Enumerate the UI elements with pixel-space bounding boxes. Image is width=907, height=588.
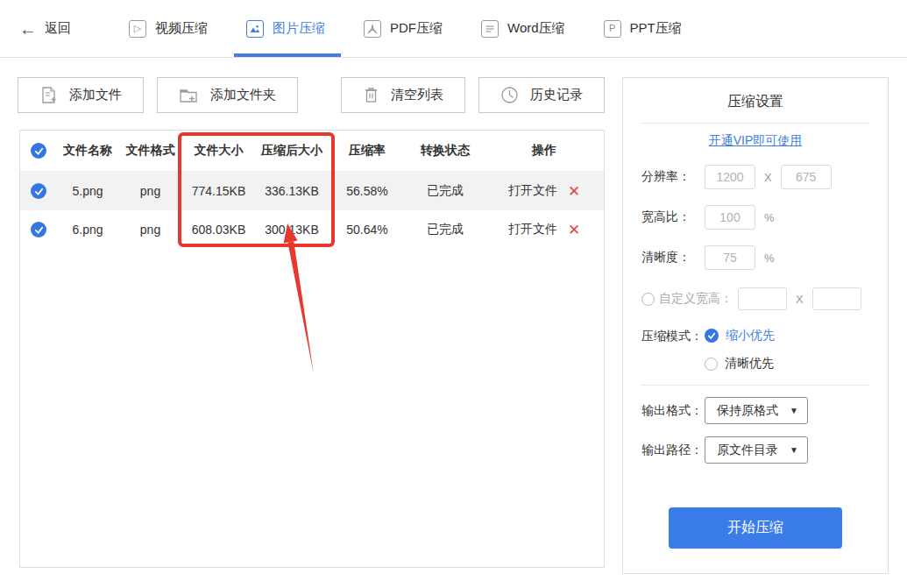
check-icon	[31, 222, 46, 237]
percent-label: %	[764, 251, 775, 265]
aspect-ratio-label: 宽高比：	[641, 209, 705, 225]
output-path-row: 输出路径： 原文件目录 ▼	[641, 436, 888, 464]
resolution-height-input[interactable]	[781, 165, 832, 189]
table-row: 5.png png 774.15KB 336.13KB 56.58% 已完成 打…	[20, 172, 604, 210]
output-format-row: 输出格式： 保持原格式 ▼	[641, 397, 888, 424]
file-list-panel: 文件名称 文件格式 文件大小 压缩后大小 压缩率 转换状态 操作 5.png p…	[19, 130, 605, 568]
custom-size-row: 自定义宽高： X	[641, 287, 888, 310]
history-label: 历史记录	[530, 87, 583, 103]
col-ratio: 压缩率	[329, 143, 406, 159]
mode-option-label: 缩小优先	[726, 328, 775, 344]
ppt-icon: P	[604, 20, 621, 38]
file-plus-icon	[39, 86, 58, 105]
radio-icon	[705, 358, 718, 371]
clarity-row: 清晰度： %	[641, 245, 888, 270]
vip-upgrade-link[interactable]: 开通VIP即可使用	[623, 133, 888, 149]
mode-option-shrink-first[interactable]: 缩小优先	[705, 328, 775, 344]
clock-icon	[500, 86, 519, 104]
tab-label: PPT压缩	[630, 20, 682, 37]
clear-list-label: 清空列表	[391, 87, 443, 103]
col-file-size: 文件大小	[182, 143, 255, 159]
image-icon	[246, 20, 264, 38]
divider	[641, 123, 870, 124]
row-checkbox[interactable]	[20, 183, 57, 199]
custom-height-input[interactable]	[812, 287, 861, 310]
custom-width-input[interactable]	[738, 287, 787, 310]
output-format-value: 保持原格式	[717, 403, 778, 419]
add-folder-button[interactable]: 添加文件夹	[157, 77, 298, 113]
aspect-ratio-input[interactable]	[705, 205, 755, 230]
resolution-width-input[interactable]	[705, 165, 755, 189]
status: 已完成	[406, 183, 485, 199]
col-operation: 操作	[485, 143, 604, 159]
tab-word-compress[interactable]: Word压缩	[469, 0, 578, 57]
tab-image-compress[interactable]: 图片压缩	[234, 0, 337, 57]
tab-label: 视频压缩	[155, 20, 208, 37]
remove-file-icon[interactable]: ✕	[568, 223, 580, 237]
add-folder-label: 添加文件夹	[210, 87, 276, 103]
output-path-label: 输出路径：	[641, 443, 705, 458]
caret-down-icon: ▼	[790, 445, 798, 455]
history-button[interactable]: 历史记录	[478, 77, 605, 113]
times-label: X	[796, 293, 804, 306]
table-row: 6.png png 608.03KB 300.13KB 50.64% 已完成 打…	[20, 210, 604, 249]
file-size: 774.15KB	[182, 184, 255, 198]
open-file-link[interactable]: 打开文件	[508, 222, 557, 237]
percent-label: %	[764, 211, 775, 224]
compression-mode-row: 压缩模式： 缩小优先 清晰优先	[641, 328, 888, 372]
file-name: 5.png	[57, 184, 118, 198]
back-button[interactable]: ← 返回	[19, 20, 71, 38]
compression-settings-panel: 压缩设置 开通VIP即可使用 分辨率： X 宽高比： % 清晰度： % 自定义宽…	[622, 77, 889, 574]
aspect-ratio-row: 宽高比： %	[641, 205, 888, 230]
mode-option-clarity-first[interactable]: 清晰优先	[705, 356, 775, 372]
compressed-size: 300.13KB	[255, 223, 329, 237]
tab-pdf-compress[interactable]: PDF压缩	[351, 0, 455, 57]
open-file-link[interactable]: 打开文件	[508, 183, 557, 199]
video-icon: ▷	[129, 20, 146, 38]
custom-size-radio[interactable]	[641, 293, 655, 306]
resolution-row: 分辨率： X	[641, 165, 888, 189]
compressed-size: 336.13KB	[255, 184, 329, 198]
custom-size-label: 自定义宽高：	[659, 291, 733, 307]
col-status: 转换状态	[406, 143, 485, 159]
check-icon	[31, 143, 46, 159]
folder-plus-icon	[179, 87, 199, 104]
row-checkbox[interactable]	[20, 222, 57, 237]
divider	[641, 385, 870, 386]
pdf-icon	[364, 20, 381, 38]
add-file-label: 添加文件	[69, 87, 122, 103]
tab-ppt-compress[interactable]: P PPT压缩	[592, 0, 694, 57]
tab-label: PDF压缩	[390, 20, 443, 37]
trash-icon	[363, 86, 379, 104]
compression-ratio: 56.58%	[329, 184, 406, 198]
add-file-button[interactable]: 添加文件	[18, 77, 144, 113]
caret-down-icon: ▼	[790, 406, 798, 415]
back-label: 返回	[45, 20, 71, 37]
tab-bar: ▷ 视频压缩 图片压缩 PDF压缩 Word压缩 P PPT压缩	[117, 0, 708, 57]
output-path-select[interactable]: 原文件目录 ▼	[705, 436, 808, 464]
start-compression-button[interactable]: 开始压缩	[669, 507, 842, 549]
remove-file-icon[interactable]: ✕	[568, 184, 580, 199]
settings-title: 压缩设置	[623, 93, 888, 111]
tab-label: 图片压缩	[273, 20, 325, 37]
compression-ratio: 50.64%	[329, 223, 406, 237]
clarity-label: 清晰度：	[641, 250, 705, 266]
file-format: png	[118, 184, 182, 198]
back-arrow-icon: ←	[19, 20, 37, 38]
clear-list-button[interactable]: 清空列表	[341, 77, 465, 113]
times-label: X	[764, 171, 772, 184]
file-name: 6.png	[57, 223, 118, 237]
select-all-checkbox[interactable]	[20, 143, 57, 159]
output-format-select[interactable]: 保持原格式 ▼	[705, 397, 808, 424]
col-file-name: 文件名称	[57, 143, 118, 159]
col-file-format: 文件格式	[118, 143, 182, 159]
tab-video-compress[interactable]: ▷ 视频压缩	[117, 0, 220, 57]
file-size: 608.03KB	[182, 223, 255, 237]
word-icon	[481, 20, 499, 38]
file-format: png	[118, 223, 182, 237]
check-icon	[705, 329, 719, 343]
table-header-row: 文件名称 文件格式 文件大小 压缩后大小 压缩率 转换状态 操作	[20, 131, 604, 172]
mode-label: 压缩模式：	[641, 328, 705, 344]
clarity-input[interactable]	[705, 245, 755, 270]
mode-option-label: 清晰优先	[725, 356, 774, 372]
